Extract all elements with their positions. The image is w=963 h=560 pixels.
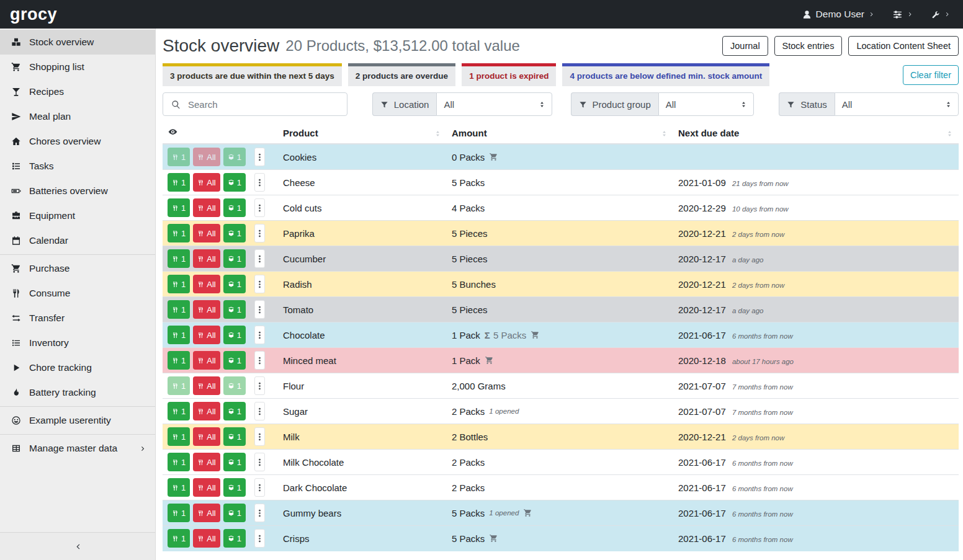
journal-button[interactable]: Journal — [722, 36, 768, 56]
row-menu-button[interactable] — [254, 249, 265, 268]
open-one-button[interactable]: 1 — [223, 275, 246, 293]
row-menu-button[interactable] — [254, 529, 265, 548]
consume-all-button[interactable]: All — [193, 173, 220, 192]
due-soon-banner[interactable]: 3 products are due within the next 5 day… — [163, 63, 342, 86]
consume-all-button[interactable]: All — [193, 478, 220, 497]
consume-all-button[interactable]: All — [193, 351, 220, 370]
consume-all-button[interactable]: All — [193, 148, 220, 166]
sidebar-item-calendar[interactable]: Calendar — [0, 228, 155, 253]
row-menu-button[interactable] — [254, 275, 265, 293]
open-one-button[interactable]: 1 — [223, 326, 246, 344]
consume-all-button[interactable]: All — [193, 529, 220, 548]
row-menu-button[interactable] — [254, 300, 265, 319]
consume-one-button[interactable]: 1 — [168, 529, 190, 548]
open-one-button[interactable]: 1 — [223, 224, 246, 242]
consume-all-button[interactable]: All — [193, 453, 220, 471]
location-select[interactable]: All — [436, 92, 552, 116]
app-logo[interactable]: grocy — [10, 5, 57, 24]
open-one-button[interactable]: 1 — [223, 529, 246, 548]
sidebar-item-meal-plan[interactable]: Meal plan — [0, 104, 155, 129]
sidebar-item-chore-tracking[interactable]: Chore tracking — [0, 355, 155, 380]
below-min-stock-banner[interactable]: 4 products are below defined min. stock … — [562, 63, 769, 86]
status-select[interactable]: All — [835, 92, 959, 116]
sidebar-item-chores-overview[interactable]: Chores overview — [0, 129, 155, 154]
open-one-button[interactable]: 1 — [223, 504, 246, 522]
consume-all-button[interactable]: All — [193, 249, 220, 268]
product-column-header[interactable]: Product — [278, 123, 447, 144]
sidebar-item-tasks[interactable]: Tasks — [0, 154, 155, 179]
consume-one-button[interactable]: 1 — [168, 478, 190, 497]
row-menu-button[interactable] — [254, 504, 265, 522]
row-menu-button[interactable] — [254, 402, 265, 420]
consume-all-button[interactable]: All — [193, 376, 220, 395]
consume-all-button[interactable]: All — [193, 198, 220, 217]
row-menu-button[interactable] — [254, 376, 265, 395]
admin-menu[interactable] — [931, 10, 951, 19]
expired-banner[interactable]: 1 product is expired — [462, 63, 556, 86]
sidebar-item-example-userentity[interactable]: Example userentity — [0, 408, 155, 433]
open-one-button[interactable]: 1 — [223, 198, 246, 217]
open-one-button[interactable]: 1 — [223, 453, 246, 471]
overdue-banner[interactable]: 2 products are overdue — [348, 63, 455, 86]
column-visibility-header[interactable] — [163, 123, 278, 144]
consume-one-button[interactable]: 1 — [168, 504, 190, 522]
open-one-button[interactable]: 1 — [223, 376, 246, 395]
location-content-sheet-button[interactable]: Location Content Sheet — [848, 36, 959, 56]
sidebar-item-inventory[interactable]: Inventory — [0, 331, 155, 355]
row-menu-button[interactable] — [254, 478, 265, 497]
clear-filter-button[interactable]: Clear filter — [903, 65, 959, 85]
row-menu-button[interactable] — [254, 351, 265, 370]
consume-all-button[interactable]: All — [193, 402, 220, 420]
due-date-column-header[interactable]: Next due date — [673, 123, 959, 144]
consume-one-button[interactable]: 1 — [168, 402, 190, 420]
consume-all-button[interactable]: All — [193, 224, 220, 242]
sidebar-item-recipes[interactable]: Recipes — [0, 79, 155, 104]
sidebar-item-battery-tracking[interactable]: Battery tracking — [0, 380, 155, 405]
consume-one-button[interactable]: 1 — [168, 249, 190, 268]
consume-one-button[interactable]: 1 — [168, 148, 190, 166]
settings-menu[interactable] — [892, 9, 913, 20]
row-menu-button[interactable] — [254, 224, 265, 242]
search-input[interactable] — [188, 93, 347, 115]
sidebar-item-equipment[interactable]: Equipment — [0, 203, 155, 228]
consume-one-button[interactable]: 1 — [168, 198, 190, 217]
open-one-button[interactable]: 1 — [223, 249, 246, 268]
user-menu[interactable]: Demo User — [802, 9, 875, 20]
consume-all-button[interactable]: All — [193, 427, 220, 446]
row-menu-button[interactable] — [254, 326, 265, 344]
consume-one-button[interactable]: 1 — [168, 453, 190, 471]
consume-one-button[interactable]: 1 — [168, 173, 190, 192]
row-menu-button[interactable] — [254, 173, 265, 192]
open-one-button[interactable]: 1 — [223, 402, 246, 420]
consume-one-button[interactable]: 1 — [168, 224, 190, 242]
open-one-button[interactable]: 1 — [223, 173, 246, 192]
row-menu-button[interactable] — [254, 453, 265, 471]
sidebar-item-shopping-list[interactable]: Shopping list — [0, 55, 155, 79]
amount-column-header[interactable]: Amount — [447, 123, 673, 144]
open-one-button[interactable]: 1 — [223, 427, 246, 446]
row-menu-button[interactable] — [254, 198, 265, 217]
row-menu-button[interactable] — [254, 148, 265, 166]
sidebar-item-stock-overview[interactable]: Stock overview — [0, 30, 155, 55]
consume-one-button[interactable]: 1 — [168, 351, 190, 370]
consume-one-button[interactable]: 1 — [168, 326, 190, 344]
consume-all-button[interactable]: All — [193, 326, 220, 344]
consume-one-button[interactable]: 1 — [168, 275, 190, 293]
row-menu-button[interactable] — [254, 427, 265, 446]
open-one-button[interactable]: 1 — [223, 351, 246, 370]
consume-all-button[interactable]: All — [193, 275, 220, 293]
consume-all-button[interactable]: All — [193, 504, 220, 522]
open-one-button[interactable]: 1 — [223, 478, 246, 497]
consume-one-button[interactable]: 1 — [168, 427, 190, 446]
open-one-button[interactable]: 1 — [223, 148, 246, 166]
sidebar-item-batteries-overview[interactable]: Batteries overview — [0, 179, 155, 203]
sidebar-collapse-button[interactable] — [0, 532, 155, 560]
sidebar-item-consume[interactable]: Consume — [0, 281, 155, 306]
sidebar-item-manage-master-data[interactable]: Manage master data — [0, 436, 155, 461]
consume-one-button[interactable]: 1 — [168, 300, 190, 319]
eye-icon[interactable] — [168, 127, 178, 136]
stock-entries-button[interactable]: Stock entries — [774, 36, 843, 56]
consume-all-button[interactable]: All — [193, 300, 220, 319]
consume-one-button[interactable]: 1 — [168, 376, 190, 395]
sidebar-item-purchase[interactable]: Purchase — [0, 256, 155, 281]
